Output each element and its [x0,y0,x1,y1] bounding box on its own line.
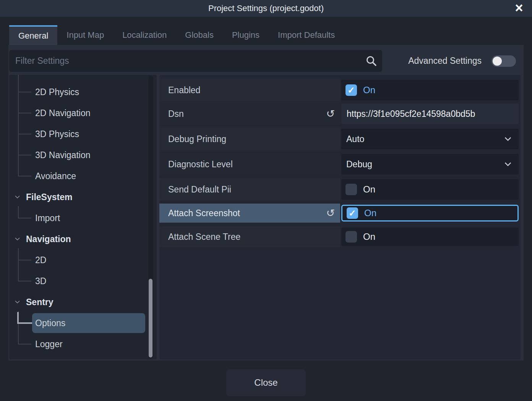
property-row-enabled[interactable]: Enabled [159,79,340,102]
property-value-diagnostic-level[interactable]: Debug [341,154,519,175]
check-icon: ✓ [349,209,356,218]
sidebar-item-label: 2D Physics [35,87,79,97]
property-row-attach-scene-tree[interactable]: Attach Scene Tree [159,226,340,247]
property-label: Enabled [168,85,200,95]
sidebar-item-label: Sentry [26,297,54,307]
sidebar-item-label: Avoidance [35,171,76,181]
sidebar-item-3d-navigation[interactable]: 3D Navigation [9,145,157,166]
window-title: Project Settings (project.godot) [208,3,324,13]
checkbox-state-label: On [363,85,375,95]
tab-content-panel: Advanced Settings 2D Physics2D Navigatio… [8,45,524,361]
chevron-down-icon [15,299,20,304]
sidebar-item-label: 2D Navigation [35,108,90,118]
close-button[interactable]: Close [226,369,306,396]
advanced-settings-label: Advanced Settings [408,56,482,66]
chevron-down-icon [505,160,511,167]
sidebar-item-label: Navigation [26,234,71,244]
text-field-value: https://3f1e095cf2e14598a0bd5b [347,109,475,119]
sidebar-item-label: 3D [35,276,46,286]
sidebar-item-navigation[interactable]: Navigation [9,229,157,250]
property-label: Attach Scene Tree [168,232,240,242]
tab-localization[interactable]: Localization [113,25,176,45]
chevron-down-icon [15,236,20,241]
toggle-knob [493,57,502,66]
check-icon: ✓ [347,86,355,95]
sidebar-item-3d-physics[interactable]: 3D Physics [9,124,157,145]
sidebar-item-label: Logger [35,339,63,349]
property-row-debug-printing[interactable]: Debug Printing [159,128,340,150]
tab-import-defaults[interactable]: Import Defaults [269,25,344,45]
tab-globals[interactable]: Globals [176,25,223,45]
property-value-attach-screenshot[interactable]: ✓On [341,205,519,222]
sidebar-item-options[interactable]: Options [9,313,157,334]
property-value-attach-scene-tree[interactable]: On [341,228,519,246]
sidebar-item-label: FileSystem [26,192,72,202]
sidebar-item-filesystem[interactable]: FileSystem [9,187,157,208]
property-row-dsn[interactable]: Dsn↺ [159,102,340,125]
sidebar-item-3d[interactable]: 3D [9,271,157,292]
property-row-attach-screenshot[interactable]: Attach Screenshot↺ [159,204,340,223]
sidebar-item-label: 3D Navigation [35,150,90,160]
property-row-send-default-pii[interactable]: Send Default Pii [159,178,340,201]
sidebar-item-label: 3D Physics [35,129,79,139]
property-row-diagnostic-level[interactable]: Diagnostic Level [159,153,340,176]
chevron-down-icon [505,135,511,141]
tab-input-map[interactable]: Input Map [57,25,113,45]
sidebar-item-label: Import [35,213,60,223]
sidebar-item-label: 2D [35,255,46,265]
titlebar: Project Settings (project.godot) × [0,0,532,17]
property-label: Send Default Pii [168,184,231,195]
checkbox-state-label: On [364,208,376,218]
filter-settings-input[interactable] [9,50,382,72]
checkbox-state-label: On [363,231,375,242]
property-value-dsn[interactable]: https://3f1e095cf2e14598a0bd5b [341,103,519,124]
property-label: Diagnostic Level [168,159,233,170]
checkbox-unchecked[interactable] [345,184,357,195]
sidebar-item-import[interactable]: Import [9,208,157,229]
tab-bar: GeneralInput MapLocalizationGlobalsPlugi… [9,25,344,45]
property-label: Dsn [168,109,184,119]
sidebar-item-2d-navigation[interactable]: 2D Navigation [9,103,157,124]
dropdown-value: Auto [346,134,364,144]
sidebar-item-label: Options [35,318,65,328]
advanced-settings-toggle[interactable] [491,55,516,67]
revert-icon[interactable]: ↺ [326,109,335,119]
dropdown-value: Debug [346,159,372,170]
tab-general[interactable]: General [9,25,57,45]
property-value-debug-printing[interactable]: Auto [341,129,519,149]
sidebar-item-sentry[interactable]: Sentry [9,292,157,313]
property-label: Attach Screenshot [168,208,240,218]
close-icon[interactable]: × [511,0,527,16]
sidebar-item-2d-physics[interactable]: 2D Physics [9,82,157,103]
checkbox-state-label: On [363,184,375,195]
tab-plugins[interactable]: Plugins [223,25,269,45]
property-value-send-default-pii[interactable]: On [341,179,519,200]
sidebar-item-2d[interactable]: 2D [9,250,157,271]
sidebar-item-avoidance[interactable]: Avoidance [9,166,157,187]
checkbox-checked[interactable]: ✓ [345,84,357,96]
property-value-enabled[interactable]: ✓On [341,80,519,100]
revert-icon[interactable]: ↺ [326,208,335,218]
project-settings-dialog: { "window": { "title": "Project Settings… [0,0,532,401]
search-icon [365,55,377,66]
chevron-down-icon [15,194,20,199]
checkbox-checked[interactable]: ✓ [347,207,358,219]
advanced-settings-group: Advanced Settings [408,50,516,72]
settings-tree: 2D Physics2D Navigation3D Physics3D Navi… [9,75,157,359]
property-inspector: Enabled✓OnDsn↺https://3f1e095cf2e14598a0… [159,75,521,359]
checkbox-unchecked[interactable] [345,231,357,243]
property-label: Debug Printing [168,134,226,144]
sidebar-item-logger[interactable]: Logger [9,334,157,355]
